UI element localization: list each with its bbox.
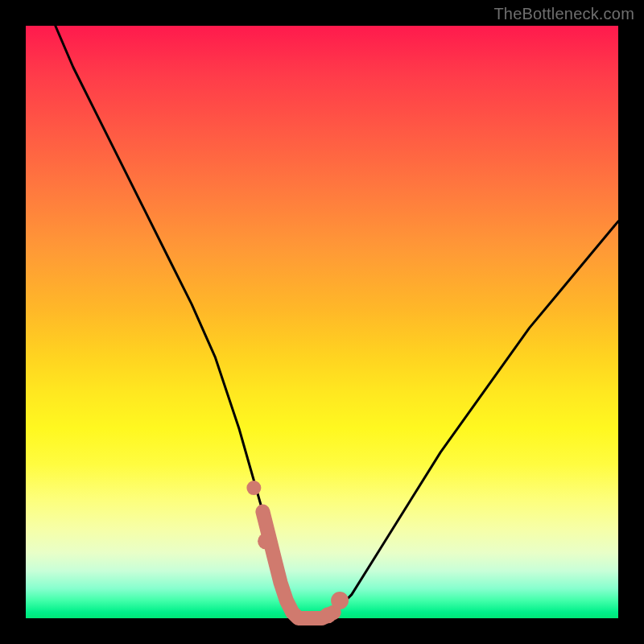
band-endpoint — [331, 592, 349, 609]
bottleneck-curve — [56, 26, 618, 618]
band-endpoint — [246, 481, 261, 495]
band-endpoint — [320, 607, 336, 623]
watermark-text: TheBottleneck.com — [493, 5, 634, 23]
band-endpoint — [258, 533, 274, 549]
chart-overlay — [0, 0, 644, 644]
optimal-band — [262, 512, 333, 619]
